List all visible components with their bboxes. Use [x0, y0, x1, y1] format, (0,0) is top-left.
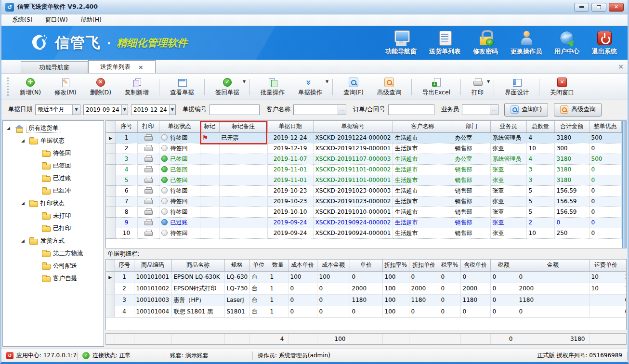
- row-selector[interactable]: [106, 175, 116, 185]
- cell-total[interactable]: 3180: [554, 132, 589, 143]
- date-range-select[interactable]: 最近3个月▼: [35, 104, 80, 115]
- cell-discount[interactable]: 0: [589, 196, 621, 207]
- cell-discount-price[interactable]: 0: [409, 306, 439, 317]
- table-row[interactable]: 1 100101001 EPSON LQ-630K LQ-630 台 1 100…: [106, 271, 627, 283]
- column-header[interactable]: 合计金额: [554, 121, 589, 132]
- cell-seq[interactable]: 1: [116, 132, 137, 143]
- vertical-scrollbar[interactable]: [622, 121, 626, 248]
- cell-cost-amount[interactable]: 0: [317, 306, 350, 317]
- cell-customer[interactable]: 生活超市: [393, 228, 453, 238]
- cell-unit[interactable]: 台: [249, 306, 268, 317]
- cell-discount-rate[interactable]: 100: [382, 294, 409, 306]
- cell-mark[interactable]: [200, 228, 219, 238]
- row-selector[interactable]: [106, 207, 116, 217]
- tab-nav-window[interactable]: 功能导航窗: [21, 61, 88, 73]
- expander-icon[interactable]: [21, 238, 27, 243]
- cell-status[interactable]: 待签回: [159, 143, 200, 154]
- toolbar-button[interactable]: 批量操作 ▼: [255, 76, 290, 98]
- cell-total[interactable]: 156.59: [554, 196, 589, 207]
- cell-dept[interactable]: 销售部: [453, 196, 490, 207]
- cell-customer[interactable]: 生活超市: [393, 143, 453, 154]
- cell-qty[interactable]: 4: [526, 132, 554, 143]
- cell-status[interactable]: 已签回: [159, 175, 200, 185]
- cell-tax[interactable]: 0: [490, 283, 517, 294]
- doc-no-input[interactable]: [210, 104, 260, 115]
- cell-customer[interactable]: 生活超市: [393, 217, 453, 228]
- table-row[interactable]: 3 已签回 2019-11-07 XSCKD-20191107-000003 生…: [106, 154, 627, 164]
- cell-mark[interactable]: [200, 164, 219, 175]
- cell-tax-price[interactable]: 2000: [460, 283, 490, 294]
- cell-product-name[interactable]: 联想 S1801 黑: [171, 306, 224, 317]
- cell-tax[interactable]: 0: [490, 271, 517, 283]
- lookup-ellipsis-icon[interactable]: …: [490, 105, 498, 115]
- table-row[interactable]: 3 100101003 惠普（HP） LaserJ 台 1 0 0 1180 1…: [106, 294, 627, 306]
- tree-item[interactable]: 第三方物流: [3, 247, 104, 260]
- cell-tax-rate[interactable]: 0: [439, 271, 460, 283]
- tree-item[interactable]: 已红冲: [3, 184, 104, 197]
- cell-total[interactable]: 300: [554, 143, 589, 154]
- cell-spec[interactable]: LQ-730: [224, 283, 249, 294]
- cell-tax[interactable]: 0: [490, 306, 517, 317]
- toolbar-button[interactable]: 修改(M) ▼: [49, 76, 82, 98]
- cell-seq[interactable]: 7: [116, 196, 137, 207]
- cell-qty[interactable]: 4: [526, 154, 554, 164]
- cell-mark-note[interactable]: [219, 217, 267, 228]
- date-from-select[interactable]: 2019-09-24▼: [83, 104, 128, 115]
- cell-discount[interactable]: 0: [589, 185, 621, 196]
- toolbar-button[interactable]: 签回单据 ▼: [210, 76, 245, 98]
- dropdown-arrow-icon[interactable]: ▼: [487, 79, 490, 84]
- cell-date[interactable]: 2019-10-23: [267, 185, 313, 196]
- cell-freight-price[interactable]: 10: [589, 271, 623, 283]
- cell-doc-no[interactable]: XSCKD-20191010-000001: [313, 207, 393, 217]
- cell-status[interactable]: 已过账: [159, 217, 200, 228]
- cell-tax-rate[interactable]: 0: [439, 294, 460, 306]
- cell-tax-price[interactable]: 0: [460, 271, 490, 283]
- toolbar-button[interactable]: 高级查询 ▼: [371, 76, 407, 98]
- column-header[interactable]: 单据编号: [313, 121, 393, 132]
- dropdown-arrow-icon[interactable]: ▼: [326, 79, 328, 84]
- lookup-ellipsis-icon[interactable]: …: [338, 105, 346, 115]
- cell-qty[interactable]: 1: [268, 294, 288, 306]
- cell-dept[interactable]: 销售部: [453, 207, 490, 217]
- cell-mark-note[interactable]: 已开票: [219, 132, 267, 143]
- cell-discount[interactable]: 0: [589, 207, 621, 217]
- row-selector[interactable]: [106, 294, 115, 306]
- cell-salesman[interactable]: 张亚: [490, 207, 526, 217]
- cell-price[interactable]: 2000: [350, 283, 382, 294]
- cell-seq[interactable]: 1: [115, 271, 134, 283]
- cell-amount[interactable]: 0: [517, 306, 589, 317]
- cell-date[interactable]: 2019-12-24: [267, 132, 313, 143]
- cell-cost-price[interactable]: 0: [288, 283, 317, 294]
- banner-action-button[interactable]: 退出系统: [592, 30, 617, 56]
- toolbar-button[interactable]: 新增(N) ▼: [14, 76, 47, 98]
- column-header[interactable]: 序号: [116, 121, 137, 132]
- cell-unit[interactable]: 台: [249, 294, 268, 306]
- column-header[interactable]: 运费单价: [589, 260, 623, 271]
- cell-print[interactable]: [137, 228, 159, 238]
- minimize-button[interactable]: [574, 3, 589, 12]
- cell-total[interactable]: 250: [554, 228, 589, 238]
- cell-discount-rate[interactable]: 100: [382, 283, 409, 294]
- cell-mark[interactable]: [200, 196, 219, 207]
- cell-print[interactable]: [137, 196, 159, 207]
- cell-print[interactable]: [137, 175, 159, 185]
- menu-item[interactable]: 系统(S): [6, 15, 39, 25]
- restore-button[interactable]: [591, 3, 606, 12]
- cell-dept[interactable]: 销售部: [453, 185, 490, 196]
- cell-discount[interactable]: 0: [589, 228, 621, 238]
- cell-seq[interactable]: 2: [115, 283, 134, 294]
- cell-code[interactable]: 100101001: [134, 271, 171, 283]
- column-header[interactable]: 成本单价: [288, 260, 317, 271]
- cell-qty[interactable]: 5: [526, 185, 554, 196]
- cell-dept[interactable]: 销售部: [453, 217, 490, 228]
- expander-icon[interactable]: [21, 138, 27, 143]
- toolbar-button[interactable]: 查看单据 ▼: [164, 76, 200, 98]
- column-header[interactable]: 序号: [115, 260, 134, 271]
- cell-code[interactable]: 100101002: [134, 283, 171, 294]
- banner-action-button[interactable]: 功能导航窗: [385, 30, 417, 56]
- cell-print[interactable]: [137, 132, 159, 143]
- cell-price[interactable]: 1180: [350, 294, 382, 306]
- close-button[interactable]: ✕: [609, 3, 624, 12]
- cell-status[interactable]: 待签回: [159, 196, 200, 207]
- cell-extra[interactable]: 10: [623, 271, 627, 283]
